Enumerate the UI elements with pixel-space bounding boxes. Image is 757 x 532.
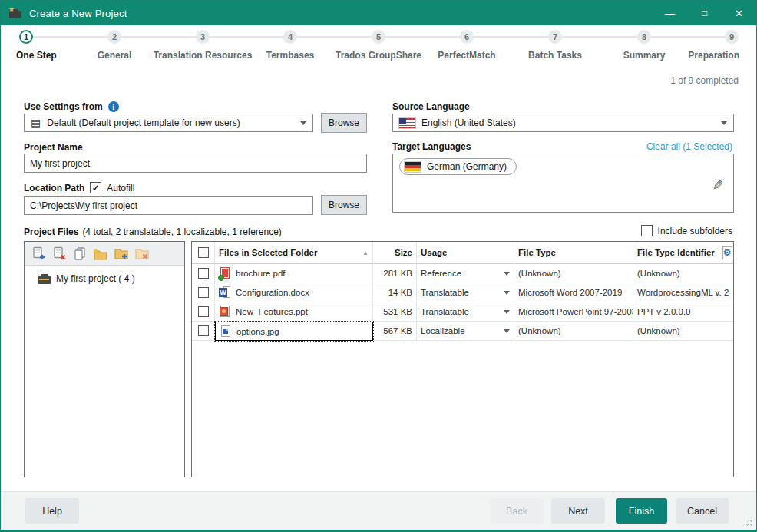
footer-divider (610, 495, 610, 527)
remove-folder-icon[interactable] (134, 245, 150, 262)
finish-button[interactable]: Finish (616, 498, 667, 524)
step-label-summary[interactable]: Summary (623, 50, 666, 61)
tree-root-label: My first project ( 4 ) (56, 273, 135, 284)
file-type: Microsoft PowerPoint 97-2003 (514, 302, 633, 322)
browse-location-button[interactable]: Browse (321, 195, 367, 215)
row-checkbox[interactable] (198, 268, 209, 279)
powerpoint-file-icon (219, 306, 231, 318)
settings-template-combobox[interactable]: ▤ Default (Default project template for … (24, 114, 313, 132)
info-icon: i (108, 101, 119, 112)
image-file-icon (220, 325, 232, 338)
step-label-perfectmatch[interactable]: PerfectMatch (438, 50, 495, 61)
table-row[interactable]: New_Features.ppt 531 KB Translatable Mic… (192, 302, 733, 322)
remove-files-icon[interactable] (51, 245, 68, 262)
table-row[interactable]: brochure.pdf 281 KB Reference (Unknown) … (192, 264, 733, 283)
table-header-row: Files in Selected Folder ▲ Size Usage Fi… (192, 242, 733, 264)
usage-dropdown[interactable]: Reference (417, 264, 514, 283)
use-settings-label: Use Settings from i (24, 101, 119, 112)
target-language-chip[interactable]: German (Germany) (399, 158, 517, 175)
settings-template-value: Default (Default project template for ne… (47, 117, 240, 128)
copy-files-icon[interactable] (71, 245, 88, 262)
maximize-button[interactable]: □ (687, 1, 722, 25)
pdf-file-icon (219, 267, 231, 279)
file-name: Configuration.docx (236, 288, 309, 297)
german-flag-icon (405, 162, 421, 172)
step-label-termbases[interactable]: Termbases (266, 50, 314, 61)
step-label-preparation[interactable]: Preparation (688, 50, 739, 61)
step-circle-1[interactable]: 1 (19, 30, 33, 44)
table-row[interactable]: WConfiguration.docx 14 KB Translatable M… (192, 283, 733, 302)
step-label-trados-groupshare[interactable]: Trados GroupShare (336, 50, 421, 61)
autofill-label: Autofill (107, 183, 134, 193)
select-all-checkbox[interactable] (198, 247, 209, 258)
step-circle-3[interactable]: 3 (196, 30, 210, 44)
cancel-button[interactable]: Cancel (676, 498, 729, 524)
title-bar: ★ Create a New Project — □ ✕ (1, 1, 756, 25)
step-label-general[interactable]: General (98, 50, 132, 61)
file-type: (Unknown) (514, 322, 633, 341)
header-size[interactable]: Size (373, 242, 417, 264)
clear-all-link[interactable]: Clear all (1 Selected) (646, 141, 732, 152)
folder-tree-panel: My first project ( 4 ) (24, 241, 185, 477)
file-type-identifier: PPT v 2.0.0.0 (633, 302, 733, 322)
location-path-field[interactable] (24, 196, 313, 215)
header-file-type-identifier[interactable]: File Type Identifier ⚙ (633, 242, 733, 264)
step-circle-7[interactable]: 7 (548, 30, 562, 44)
chevron-down-icon (721, 121, 727, 125)
usage-dropdown[interactable]: Translatable (417, 283, 514, 302)
include-subfolders-checkbox[interactable] (641, 225, 653, 236)
file-type-identifier: (Unknown) (633, 322, 733, 341)
file-type: (Unknown) (514, 264, 633, 283)
step-circle-2[interactable]: 2 (107, 30, 121, 44)
autofill-checkbox[interactable] (90, 182, 101, 193)
file-name: brochure.pdf (236, 269, 286, 278)
file-name: New_Features.ppt (236, 307, 308, 316)
target-language-chip-label: German (Germany) (427, 161, 507, 172)
browse-settings-button[interactable]: Browse (321, 113, 367, 133)
step-circle-9[interactable]: 9 (725, 30, 739, 44)
chevron-down-icon (504, 272, 510, 276)
step-circle-5[interactable]: 5 (372, 30, 385, 44)
focused-file-name-cell[interactable]: options.jpg (215, 322, 373, 341)
row-checkbox[interactable] (198, 325, 209, 336)
step-label-batch-tasks[interactable]: Batch Tasks (528, 50, 582, 61)
file-size: 281 KB (373, 264, 417, 283)
file-type-identifier: (Unknown) (633, 264, 733, 283)
include-subfolders-label: Include subfolders (658, 226, 732, 236)
close-button[interactable]: ✕ (722, 1, 756, 25)
header-files-in-selected-folder[interactable]: Files in Selected Folder ▲ (215, 242, 373, 264)
row-checkbox[interactable] (198, 287, 209, 298)
app-project-icon: ★ (8, 7, 22, 19)
edit-pencil-icon[interactable]: ✎ (712, 177, 723, 193)
minimize-button[interactable]: — (653, 1, 687, 25)
back-button[interactable]: Back (490, 498, 544, 524)
header-usage[interactable]: Usage (417, 242, 514, 264)
step-circle-4[interactable]: 4 (283, 30, 297, 44)
file-type-identifier: WordprocessingML v. 2 (633, 283, 733, 302)
add-folder-icon[interactable] (113, 245, 130, 262)
source-language-combobox[interactable]: English (United States) (392, 114, 734, 132)
next-button[interactable]: Next (551, 498, 605, 524)
project-name-field[interactable] (24, 154, 367, 173)
row-checkbox[interactable] (198, 306, 209, 317)
table-row[interactable]: options.jpg 567 KB Localizable (Unknown)… (192, 322, 733, 341)
tree-root-item[interactable]: My first project ( 4 ) (38, 273, 184, 284)
usage-dropdown[interactable]: Translatable (417, 302, 514, 322)
sort-ascending-icon: ▲ (362, 249, 369, 256)
step-label-translation-resources[interactable]: Translation Resources (154, 50, 253, 61)
window-title: Create a New Project (29, 8, 127, 19)
step-circle-6[interactable]: 6 (460, 30, 474, 44)
target-languages-label: Target Languages (392, 141, 471, 152)
usage-dropdown[interactable]: Localizable (417, 322, 514, 341)
chevron-down-icon (504, 291, 510, 295)
help-button[interactable]: Help (25, 498, 79, 524)
add-files-icon[interactable] (30, 245, 47, 262)
step-label-one-step[interactable]: One Step (16, 50, 57, 61)
file-type-settings-gear-icon[interactable]: ⚙ (722, 246, 732, 259)
header-file-type[interactable]: File Type (514, 242, 633, 264)
dialog-footer: Help Back Next Finish Cancel (1, 491, 756, 530)
resize-grip[interactable] (742, 516, 753, 527)
step-circle-8[interactable]: 8 (637, 30, 651, 44)
open-folder-icon[interactable] (92, 245, 109, 262)
target-languages-box[interactable]: German (Germany) ✎ (392, 154, 734, 213)
